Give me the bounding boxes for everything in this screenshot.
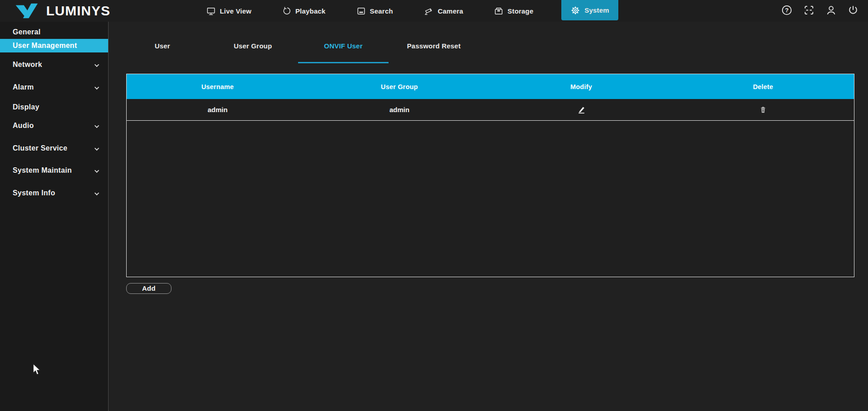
main-content: User User Group ONVIF User Password Rese… [109,22,868,411]
sidebar-item-system-maintain[interactable]: System Maintain [0,164,108,177]
cell-username: admin [127,106,308,113]
user-icon[interactable] [825,4,837,16]
chevron-down-icon [95,191,99,195]
gear-icon [570,5,580,15]
chevron-down-icon [95,146,99,151]
brand-name: LUMINYS [46,3,110,19]
cell-user-group: admin [308,106,490,113]
nav-system[interactable]: System [561,0,618,20]
sidebar: General User Management Network Alarm Di… [0,22,109,411]
top-bar: LUMINYS Live View Playback [0,0,868,22]
playback-icon [282,6,291,15]
brand-logo: LUMINYS [13,3,110,19]
table-header-row: Username User Group Modify Delete [127,74,854,99]
nav-playback[interactable]: Playback [280,0,328,22]
app-window: LUMINYS Live View Playback [0,0,868,411]
column-header-username: Username [127,83,308,90]
trash-icon[interactable] [758,104,768,115]
sidebar-item-alarm[interactable]: Alarm [0,80,108,94]
table-row: admin admin [127,99,854,121]
tab-user-group[interactable]: User Group [208,30,298,63]
column-header-user-group: User Group [308,83,490,90]
chevron-down-icon [95,62,99,67]
sidebar-item-cluster-service[interactable]: Cluster Service [0,142,108,155]
chevron-down-icon [95,85,99,90]
sidebar-item-general[interactable]: General [0,25,108,39]
nav-live-view[interactable]: Live View [204,0,254,22]
cell-modify [490,104,672,116]
column-header-modify: Modify [490,83,672,90]
cell-delete [672,104,854,115]
nav-storage[interactable]: Storage [491,0,536,22]
svg-text:?: ? [785,7,788,14]
tab-password-reset[interactable]: Password Reset [389,30,479,63]
luminys-logo-icon [13,3,41,19]
chevron-down-icon [95,168,99,173]
onvif-user-table: Username User Group Modify Delete admin … [126,74,854,277]
tab-user[interactable]: User [117,30,208,63]
power-icon[interactable] [847,4,859,16]
help-icon[interactable]: ? [781,4,792,16]
main-nav: Live View Playback Search [204,0,618,22]
camera-icon [424,6,434,16]
sidebar-item-network[interactable]: Network [0,58,108,71]
search-icon [356,6,366,16]
nav-camera[interactable]: Camera [421,0,466,22]
sidebar-item-audio[interactable]: Audio [0,119,108,132]
column-header-delete: Delete [672,83,854,90]
chevron-down-icon [95,123,99,128]
scan-icon[interactable] [803,4,815,16]
monitor-icon [206,6,216,16]
sidebar-item-user-management[interactable]: User Management [0,39,108,52]
top-bar-actions: ? [781,0,859,20]
sidebar-item-system-info[interactable]: System Info [0,186,108,200]
sidebar-item-display[interactable]: Display [0,100,108,114]
tab-onvif-user[interactable]: ONVIF User [298,30,389,63]
nav-search[interactable]: Search [354,0,396,22]
add-button[interactable]: Add [126,283,171,294]
storage-icon [494,6,503,16]
tab-bar: User User Group ONVIF User Password Rese… [117,22,868,63]
pencil-icon[interactable] [576,104,587,115]
